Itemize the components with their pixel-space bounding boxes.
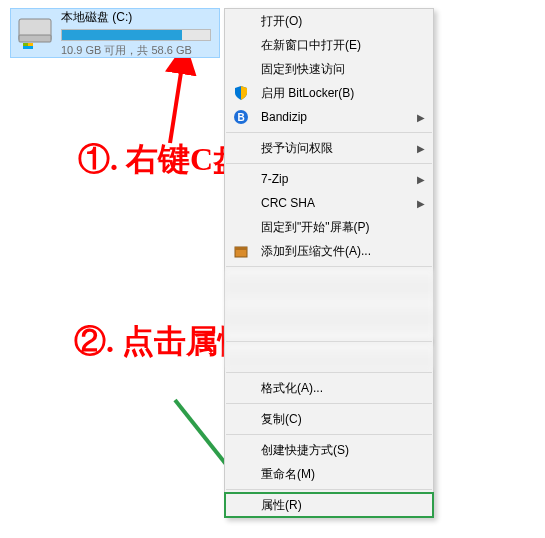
menu-separator — [226, 403, 432, 404]
menu-bandizip[interactable]: B Bandizip ▶ — [225, 105, 433, 129]
menu-properties[interactable]: 属性(R) — [225, 493, 433, 517]
menu-label: 添加到压缩文件(A)... — [261, 243, 371, 260]
context-menu: 打开(O) 在新窗口中打开(E) 固定到快速访问 启用 BitLocker(B)… — [224, 8, 434, 518]
menu-7zip[interactable]: 7-Zip ▶ — [225, 167, 433, 191]
menu-copy[interactable]: 复制(C) — [225, 407, 433, 431]
menu-grant-access[interactable]: 授予访问权限 ▶ — [225, 136, 433, 160]
menu-bitlocker[interactable]: 启用 BitLocker(B) — [225, 81, 433, 105]
annotation-arrow-red — [130, 58, 210, 148]
submenu-arrow-icon: ▶ — [417, 112, 425, 123]
menu-separator — [226, 132, 432, 133]
menu-pin-start[interactable]: 固定到"开始"屏幕(P) — [225, 215, 433, 239]
svg-text:B: B — [237, 112, 244, 123]
menu-label: 格式化(A)... — [261, 380, 323, 397]
menu-separator — [226, 372, 432, 373]
drive-info: 本地磁盘 (C:) 10.9 GB 可用，共 58.6 GB — [61, 9, 213, 58]
menu-open-new-window[interactable]: 在新窗口中打开(E) — [225, 33, 433, 57]
menu-label: 创建快捷方式(S) — [261, 442, 349, 459]
menu-separator — [226, 266, 432, 267]
svg-rect-3 — [23, 43, 28, 46]
drive-space-text: 10.9 GB 可用，共 58.6 GB — [61, 43, 213, 58]
shield-icon — [233, 85, 249, 101]
menu-label: 7-Zip — [261, 172, 288, 186]
archive-icon — [233, 243, 249, 259]
blurred-menu-items — [226, 270, 432, 338]
drive-name: 本地磁盘 (C:) — [61, 9, 213, 26]
menu-separator — [226, 341, 432, 342]
menu-separator — [226, 434, 432, 435]
menu-separator — [226, 163, 432, 164]
menu-label: 属性(R) — [261, 497, 302, 514]
menu-label: CRC SHA — [261, 196, 315, 210]
svg-rect-10 — [235, 247, 247, 250]
drive-icon — [17, 15, 53, 51]
bandizip-icon: B — [233, 109, 249, 125]
menu-label: 固定到"开始"屏幕(P) — [261, 219, 370, 236]
submenu-arrow-icon: ▶ — [417, 143, 425, 154]
menu-open[interactable]: 打开(O) — [225, 9, 433, 33]
menu-label: 启用 BitLocker(B) — [261, 85, 354, 102]
menu-add-to-archive[interactable]: 添加到压缩文件(A)... — [225, 239, 433, 263]
blurred-menu-items — [226, 345, 432, 369]
menu-label: 重命名(M) — [261, 466, 315, 483]
svg-rect-1 — [19, 35, 51, 42]
svg-line-5 — [170, 66, 182, 143]
annotation-step-1: ①. 右键C盘 — [78, 138, 245, 182]
menu-crc-sha[interactable]: CRC SHA ▶ — [225, 191, 433, 215]
drive-item-c[interactable]: 本地磁盘 (C:) 10.9 GB 可用，共 58.6 GB — [10, 8, 220, 58]
menu-rename[interactable]: 重命名(M) — [225, 462, 433, 486]
menu-label: 固定到快速访问 — [261, 61, 345, 78]
menu-pin-quick-access[interactable]: 固定到快速访问 — [225, 57, 433, 81]
svg-rect-4 — [28, 43, 33, 46]
menu-label: 打开(O) — [261, 13, 302, 30]
menu-label: 授予访问权限 — [261, 140, 333, 157]
submenu-arrow-icon: ▶ — [417, 198, 425, 209]
menu-format[interactable]: 格式化(A)... — [225, 376, 433, 400]
drive-space-bar — [61, 29, 211, 41]
menu-label: 复制(C) — [261, 411, 302, 428]
drive-space-bar-fill — [62, 30, 182, 40]
submenu-arrow-icon: ▶ — [417, 174, 425, 185]
menu-label: 在新窗口中打开(E) — [261, 37, 361, 54]
menu-label: Bandizip — [261, 110, 307, 124]
menu-create-shortcut[interactable]: 创建快捷方式(S) — [225, 438, 433, 462]
menu-separator — [226, 489, 432, 490]
